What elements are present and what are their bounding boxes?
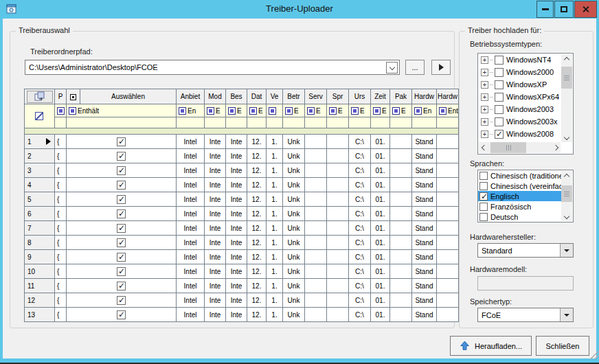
manufacturer-dropdown-icon[interactable] xyxy=(560,244,573,257)
data-cell[interactable] xyxy=(390,135,412,149)
data-cell[interactable] xyxy=(305,264,327,279)
data-cell[interactable]: 01. xyxy=(371,192,390,207)
data-cell[interactable]: Inte xyxy=(226,207,247,221)
column-header[interactable]: Spr xyxy=(327,89,349,104)
storage-dropdown-icon[interactable] xyxy=(560,308,573,321)
data-cell[interactable]: 01. xyxy=(371,236,390,250)
data-cell[interactable] xyxy=(305,178,327,192)
row-checkbox[interactable] xyxy=(117,224,126,233)
data-cell[interactable]: C:\ xyxy=(349,163,371,178)
data-cell[interactable]: Inte xyxy=(226,236,247,250)
row-indicator[interactable]: 3 xyxy=(25,163,55,178)
data-cell[interactable]: Intel xyxy=(177,207,205,221)
expand-plus-icon[interactable] xyxy=(481,81,488,89)
select-cell[interactable] xyxy=(67,149,177,163)
filter-cell[interactable] xyxy=(55,104,67,117)
data-cell[interactable]: Stand xyxy=(412,279,437,293)
data-cell[interactable]: 1. xyxy=(267,135,283,149)
languages-list[interactable]: Chinesisch (traditionell)Chinesisch (ver… xyxy=(477,170,574,223)
data-cell[interactable]: Stand xyxy=(412,221,437,236)
data-cell[interactable]: Inte xyxy=(226,264,247,279)
data-cell[interactable]: Inte xyxy=(205,250,226,264)
data-cell[interactable]: 12. xyxy=(247,279,267,293)
row-indicator[interactable]: 8 xyxy=(25,236,55,250)
os-checkbox[interactable] xyxy=(495,56,504,65)
p-cell[interactable]: { xyxy=(55,221,67,236)
data-cell[interactable]: C:\ xyxy=(349,293,371,308)
filter-cell[interactable]: Ent xyxy=(437,104,459,117)
filter-cell[interactable]: E xyxy=(327,104,349,117)
data-cell[interactable]: Inte xyxy=(205,178,226,192)
filter-operator-icon[interactable] xyxy=(57,107,65,115)
grid-row[interactable]: 3{IntelInteInte12.1.UnkC:\01.Stand xyxy=(25,163,459,178)
data-cell[interactable]: 12. xyxy=(247,178,267,192)
scroll-right-button[interactable] xyxy=(550,142,561,153)
data-cell[interactable]: Stand xyxy=(412,178,437,192)
row-checkbox[interactable] xyxy=(117,181,126,190)
data-cell[interactable]: 12. xyxy=(247,149,267,163)
data-cell[interactable]: Inte xyxy=(226,293,247,308)
filter-edit-button[interactable] xyxy=(27,106,53,126)
data-cell[interactable] xyxy=(437,135,459,149)
data-cell[interactable]: Stand xyxy=(412,149,437,163)
data-cell[interactable]: 01. xyxy=(371,178,390,192)
data-cell[interactable] xyxy=(437,250,459,264)
filter-input-cell[interactable] xyxy=(371,117,390,128)
filter-operator-icon[interactable] xyxy=(373,107,381,115)
column-header[interactable]: Hardw xyxy=(412,89,437,104)
filter-cell[interactable]: E xyxy=(247,104,267,117)
data-cell[interactable] xyxy=(305,135,327,149)
column-header[interactable]: Hardw xyxy=(437,89,459,104)
data-cell[interactable]: Inte xyxy=(205,207,226,221)
grid-customize-button[interactable] xyxy=(27,91,53,103)
p-cell[interactable]: { xyxy=(55,293,67,308)
data-cell[interactable]: Intel xyxy=(177,135,205,149)
grid-row[interactable]: 6{IntelInteInte12.1.UnkC:\01.Stand xyxy=(25,207,459,221)
data-cell[interactable]: Inte xyxy=(226,178,247,192)
filter-operator-icon[interactable] xyxy=(69,107,76,115)
data-cell[interactable]: C:\ xyxy=(349,178,371,192)
filter-input-cell[interactable] xyxy=(327,117,349,128)
filter-input-cell[interactable] xyxy=(267,117,283,128)
filter-input-cell[interactable] xyxy=(55,117,67,128)
p-cell[interactable]: { xyxy=(55,264,67,279)
data-cell[interactable]: Unk xyxy=(283,250,305,264)
column-header[interactable]: Pak xyxy=(390,89,412,104)
data-cell[interactable]: 12. xyxy=(247,308,267,322)
close-button[interactable] xyxy=(574,1,597,18)
data-cell[interactable] xyxy=(327,236,349,250)
data-cell[interactable]: 12. xyxy=(247,163,267,178)
data-cell[interactable]: 01. xyxy=(371,279,390,293)
row-indicator[interactable]: 11 xyxy=(25,279,55,293)
filter-operator-icon[interactable] xyxy=(249,107,257,115)
data-cell[interactable]: Intel xyxy=(177,236,205,250)
data-cell[interactable]: Inte xyxy=(205,192,226,207)
filter-cell[interactable]: En xyxy=(412,104,437,117)
scroll-left-button[interactable] xyxy=(479,142,489,153)
p-cell[interactable]: { xyxy=(55,279,67,293)
filter-input-cell[interactable] xyxy=(177,117,205,128)
row-checkbox[interactable] xyxy=(117,238,126,247)
data-cell[interactable]: Stand xyxy=(412,250,437,264)
expand-plus-icon[interactable] xyxy=(481,93,488,101)
data-cell[interactable]: 01. xyxy=(371,135,390,149)
data-cell[interactable]: C:\ xyxy=(349,236,371,250)
data-cell[interactable]: C:\ xyxy=(349,135,371,149)
data-cell[interactable] xyxy=(390,163,412,178)
filter-input-cell[interactable] xyxy=(283,117,305,128)
data-cell[interactable] xyxy=(390,264,412,279)
column-header[interactable]: Anbiet xyxy=(177,89,205,104)
p-cell[interactable]: { xyxy=(55,192,67,207)
expand-plus-icon[interactable] xyxy=(481,118,488,126)
grid-row[interactable]: 2{IntelInteInte12.1.UnkC:\01.Stand xyxy=(25,149,459,163)
row-checkbox[interactable] xyxy=(117,310,126,319)
data-cell[interactable]: Stand xyxy=(412,236,437,250)
data-cell[interactable]: 1. xyxy=(267,163,283,178)
data-cell[interactable]: 12. xyxy=(247,207,267,221)
os-tree-item[interactable]: WindowsXPx64 xyxy=(478,91,561,103)
data-cell[interactable] xyxy=(390,207,412,221)
row-checkbox[interactable] xyxy=(117,267,126,276)
data-cell[interactable] xyxy=(327,135,349,149)
data-cell[interactable]: Stand xyxy=(412,308,437,322)
data-cell[interactable]: Inte xyxy=(226,250,247,264)
